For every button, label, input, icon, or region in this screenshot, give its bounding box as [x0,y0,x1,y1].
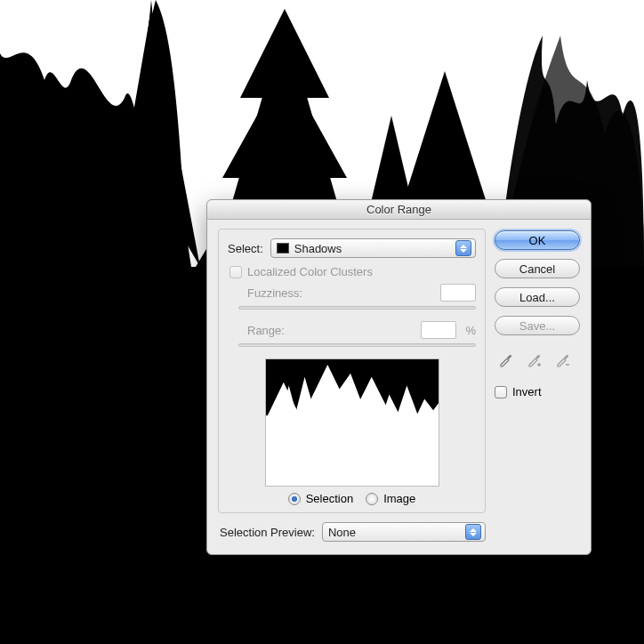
fuzziness-label: Fuzziness: [247,286,311,300]
color-range-dialog: Color Range Select: Shadows Localize [206,199,592,555]
save-button[interactable]: Save... [495,316,580,335]
dropdown-arrows-icon [455,240,471,256]
range-field[interactable] [421,321,456,339]
svg-rect-11 [266,415,439,486]
radio-image-label: Image [383,492,415,505]
range-label: Range: [247,324,311,337]
select-fieldset: Select: Shadows Localized Color Clusters… [218,229,486,513]
selection-preview-value: None [328,526,462,539]
fuzziness-field[interactable] [440,284,476,302]
eyedropper-subtract-icon[interactable] [553,350,573,369]
radio-selection-icon [288,493,301,505]
select-value: Shadows [294,242,452,255]
ok-button[interactable]: OK [495,230,580,250]
radio-selection[interactable]: Selection [288,492,353,505]
eyedropper-icon[interactable] [496,350,516,369]
load-button[interactable]: Load... [495,287,580,307]
selection-preview-thumbnail [265,358,439,487]
selection-preview-dropdown[interactable]: None [322,522,486,542]
select-label: Select: [228,242,263,255]
shadows-swatch-icon [277,243,289,254]
radio-selection-label: Selection [306,492,353,505]
cancel-button[interactable]: Cancel [495,259,580,278]
dialog-titlebar: Color Range [207,200,591,220]
localized-checkbox[interactable] [229,266,242,278]
selection-preview-label: Selection Preview: [220,526,315,539]
radio-image[interactable]: Image [366,492,415,505]
dropdown-arrows-icon [465,524,481,540]
fuzziness-slider[interactable] [238,303,476,312]
dialog-title: Color Range [366,203,431,216]
range-slider[interactable] [238,341,476,350]
eyedropper-add-icon[interactable] [525,350,544,369]
localized-label: Localized Color Clusters [247,265,373,278]
invert-checkbox[interactable] [495,386,507,398]
radio-image-icon [366,493,378,505]
range-suffix: % [465,324,476,337]
select-dropdown[interactable]: Shadows [270,238,476,258]
invert-label: Invert [512,385,542,398]
